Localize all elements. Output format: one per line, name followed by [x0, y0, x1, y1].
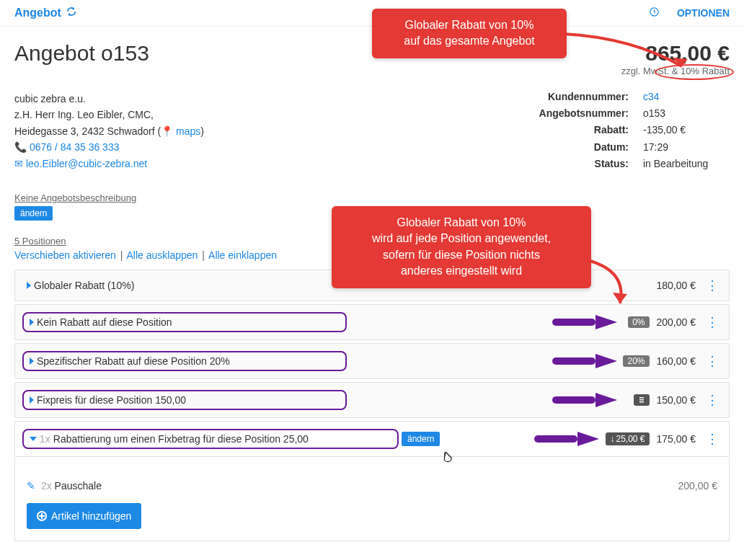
datum-value: 17:29 [643, 141, 730, 155]
collapse-all-link[interactable]: Alle einklappen [208, 249, 277, 261]
email-link[interactable]: leo.Eibler@cubic-zebra.net [26, 158, 147, 169]
svg-rect-8 [639, 397, 644, 399]
position-label: Fixpreis für diese Position 150,00 [37, 394, 186, 406]
position-price: 200,00 € [657, 316, 696, 328]
svg-marker-14 [613, 293, 627, 303]
svg-rect-10 [639, 401, 644, 403]
label-kundennummer: Kundennummer: [539, 91, 629, 105]
position-label: Kein Rabatt auf diese Position [37, 316, 172, 328]
refresh-icon[interactable] [66, 6, 77, 20]
label-status: Status: [539, 158, 629, 172]
company-address: Heidegasse 3, 2432 Schwadorf ( [14, 125, 161, 137]
no-description-link[interactable]: Keine Angebotsbeschreibung [14, 192, 136, 203]
move-activate-link[interactable]: Verschieben aktivieren [14, 249, 116, 261]
pencil-icon[interactable]: ✎ [27, 480, 35, 492]
cursor-pointer-icon [440, 451, 455, 471]
status-value: in Bearbeitung [643, 158, 730, 172]
label-rabatt: Rabatt: [539, 124, 629, 138]
options-link[interactable]: OPTIONEN [677, 7, 730, 19]
expand-all-link[interactable]: Alle ausklappen [127, 249, 198, 261]
position-row[interactable]: Fixpreis für diese Position 150,00 150,0… [14, 382, 730, 418]
position-label: Globaler Rabatt (10%) [34, 280, 134, 291]
phone-link[interactable]: 0676 / 84 35 36 333 [30, 141, 120, 153]
position-price: 175,00 € [657, 433, 696, 445]
angebotsnummer-value: o153 [643, 107, 730, 121]
company-contact: z.H. Herr Ing. Leo Eibler, CMC, [14, 107, 510, 123]
position-price: 160,00 € [657, 355, 696, 367]
position-row[interactable]: Spezifischer Rabatt auf diese Position 2… [14, 343, 730, 379]
kebab-menu-icon[interactable]: ⋮ [703, 353, 722, 369]
kundennummer-link[interactable]: c34 [643, 91, 660, 102]
label-datum: Datum: [539, 141, 629, 155]
kebab-menu-icon[interactable]: ⋮ [703, 431, 722, 447]
position-label: Spezifischer Rabatt auf diese Position 2… [37, 355, 230, 367]
plus-circle-icon [37, 511, 47, 521]
fixprice-badge-icon [634, 394, 650, 406]
annotation-callout-2: Globaler Rabatt von 10% wird auf jede Po… [332, 206, 591, 288]
details-grid: Kundennummer: c34 Angebotsnummer: o153 R… [539, 91, 730, 172]
description-change-button[interactable]: ändern [14, 206, 53, 221]
position-price: 150,00 € [657, 394, 696, 406]
pin-icon: 📍 [161, 125, 173, 137]
add-article-button[interactable]: Artikel hinzufügen [27, 503, 141, 529]
caret-down-icon [30, 437, 37, 441]
caret-right-icon [30, 396, 34, 404]
kebab-menu-icon[interactable]: ⋮ [703, 392, 722, 408]
annotation-arrow-icon [584, 257, 670, 314]
kebab-menu-icon[interactable]: ⋮ [703, 314, 722, 330]
mail-icon: ✉ [14, 158, 23, 169]
breadcrumb-title: Angebot [14, 6, 61, 19]
page-title: Angebot o153 [14, 41, 149, 66]
svg-rect-9 [639, 399, 644, 401]
annotation-arrow-icon [559, 30, 704, 74]
subitem-label: Pauschale [55, 480, 102, 492]
subitem-qty: 2x [41, 480, 52, 492]
label-angebotsnummer: Angebotsnummer: [539, 107, 629, 121]
positions-count-link[interactable]: 5 Positionen [14, 236, 66, 246]
phone-icon: 📞 [14, 141, 27, 153]
company-name: cubic zebra e.u. [14, 91, 510, 107]
maps-link[interactable]: maps [176, 125, 200, 137]
position-expanded-body: ✎ 2x Pauschale 200,00 € Artikel hinzufüg… [14, 457, 730, 541]
caret-right-icon [30, 357, 34, 365]
company-block: cubic zebra e.u. z.H. Herr Ing. Leo Eibl… [14, 91, 510, 172]
position-qty: 1x [40, 433, 50, 445]
clock-icon[interactable] [649, 6, 660, 19]
position-change-button[interactable]: ändern [402, 432, 440, 446]
kebab-menu-icon[interactable]: ⋮ [703, 277, 722, 293]
position-label: Rabattierung um einen Fixbetrag für dies… [53, 433, 309, 445]
caret-right-icon [27, 282, 31, 289]
discount-badge: 20% [623, 355, 649, 367]
position-row-expanded[interactable]: 1x Rabattierung um einen Fixbetrag für d… [14, 421, 730, 457]
fixed-amount-badge: ↓25,00 € [606, 432, 649, 445]
subitem-price: 200,00 € [678, 480, 718, 492]
caret-right-icon [30, 319, 34, 326]
breadcrumb[interactable]: Angebot [14, 6, 77, 20]
arrow-down-icon: ↓ [610, 434, 614, 444]
annotation-callout-1: Globaler Rabatt von 10% auf das gesamte … [372, 9, 567, 58]
discount-badge: 0% [628, 316, 649, 328]
rabatt-value: -135,00 € [643, 124, 730, 138]
